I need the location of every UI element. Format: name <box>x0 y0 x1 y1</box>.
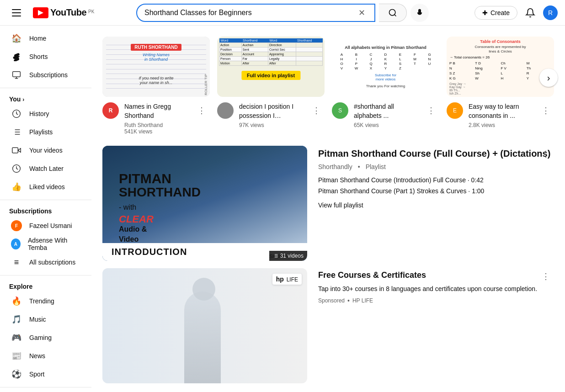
shorts-icon <box>11 51 22 62</box>
playlist-card-pitman[interactable]: PITMAN SHORTHAND - with CLEAR Audio &Vid… <box>102 146 554 261</box>
playlist-info-pitman: Pitman Shorthand Course (Full Course) + … <box>318 146 554 261</box>
video-card-3[interactable]: All alphabets writing in Pitman Shorthan… <box>332 37 439 135</box>
subscriptions-section-header: Subscriptions <box>0 204 91 217</box>
sponsored-badge-row: Sponsored • HP LIFE <box>318 297 554 304</box>
more-options-2[interactable]: ⋮ <box>308 102 325 119</box>
explore-section-header: Explore <box>0 279 91 292</box>
playlist-thumb-pitman: PITMAN SHORTHAND - with CLEAR Audio &Vid… <box>102 146 307 261</box>
sponsored-more-btn[interactable]: ⋮ <box>538 268 554 285</box>
watch-later-icon <box>11 163 22 174</box>
playlist-type: Playlist <box>366 163 386 170</box>
playlist-channel-row: Shorthandly • Playlist <box>318 163 554 170</box>
video-details-2: decision I position I possession I short… <box>239 102 303 128</box>
logo-country: PK <box>88 9 94 14</box>
sidebar-label-subscriptions: Subscriptions <box>29 71 68 79</box>
vid-count-text: 31 videos <box>280 253 304 259</box>
notifications-button[interactable] <box>521 4 539 22</box>
sidebar-item-fazeel[interactable]: F Fazeel Usmani <box>2 217 90 235</box>
playlist-desc-2: Pitman Shorthand Course (Part 1) Strokes… <box>318 187 554 196</box>
sidebar-item-trending[interactable]: 🔥 Trending <box>2 292 90 310</box>
header-left: YouTubePK <box>7 4 99 22</box>
logo-text: YouTube <box>50 7 86 18</box>
youtube-logo[interactable]: YouTubePK <box>33 7 94 18</box>
video-stats-3: 65K views <box>354 122 417 128</box>
sport-icon: ⚽ <box>11 369 22 380</box>
sidebar-label-playlists: Playlists <box>29 128 53 136</box>
sidebar-item-all-subs[interactable]: ≡ All subscriptions <box>2 253 90 271</box>
fazeel-avatar: F <box>11 220 22 231</box>
video-card-1[interactable]: RUTH SHORTHAND Writing Namesin Shorthand… <box>102 37 210 135</box>
video-title-4: Easy way to learn consonants in ... <box>469 102 532 120</box>
video-details-1: Names in Gregg Shorthand Ruth Shorthand … <box>124 102 188 135</box>
sidebar-item-history[interactable]: History <box>2 105 90 123</box>
video-stats-1: 541K views <box>124 128 188 135</box>
main-content: RUTH SHORTHAND Writing Namesin Shorthand… <box>91 26 565 391</box>
sponsor-channel: HP LIFE <box>352 297 373 304</box>
video-title-1: Names in Gregg Shorthand <box>124 102 188 120</box>
sidebar-item-sport[interactable]: ⚽ Sport <box>2 365 90 383</box>
video-details-3: #shorthand all alphabets ... 65K views <box>354 102 417 128</box>
svg-marker-10 <box>18 148 21 152</box>
sidebar-label-news: News <box>29 352 45 360</box>
sidebar-item-your-videos[interactable]: Your videos <box>2 141 90 159</box>
hamburger-menu-button[interactable] <box>7 4 26 22</box>
sidebar-label-gaming: Gaming <box>29 334 52 341</box>
divider-3 <box>0 275 91 275</box>
subscriptions-icon <box>11 69 22 80</box>
sidebar-item-adsense[interactable]: A Adsense With Temba <box>2 235 90 253</box>
sidebar-label-fazeel: Fazeel Usmani <box>29 222 72 229</box>
playlist-more-btn[interactable]: ⋮ <box>538 146 554 162</box>
more-options-1[interactable]: ⋮ <box>193 102 210 119</box>
channel-icon-1: R <box>102 102 119 119</box>
search-button[interactable] <box>379 4 407 22</box>
sidebar-label-all-subs: All subscriptions <box>29 259 75 266</box>
user-avatar[interactable]: R <box>543 5 558 20</box>
more-options-3[interactable]: ⋮ <box>423 102 439 119</box>
voice-search-button[interactable] <box>410 4 429 22</box>
sidebar-item-watch-later[interactable]: Watch Later <box>2 159 90 178</box>
layout: 🏠 Home Shorts Subscriptions You › Histor… <box>0 26 565 391</box>
sidebar-item-home[interactable]: 🏠 Home <box>2 29 90 48</box>
video-thumb-1: RUTH SHORTHAND Writing Namesin Shorthand… <box>102 37 210 97</box>
sidebar-item-liked-videos[interactable]: 👍 Liked videos <box>2 178 90 196</box>
playlist-thumb-bg: PITMAN SHORTHAND - with CLEAR Audio &Vid… <box>102 146 307 261</box>
svg-line-1 <box>394 14 396 16</box>
playlist-channel: Shorthandly <box>318 163 352 170</box>
video-channel-1: Ruth Shorthand <box>124 122 188 128</box>
video-thumb-4: Table of Consonants Consonants are repre… <box>447 37 554 97</box>
sidebar-item-music[interactable]: 🎵 Music <box>2 310 90 328</box>
sidebar-label-history: History <box>29 110 49 117</box>
more-options-4[interactable]: ⋮ <box>538 102 554 119</box>
liked-videos-icon: 👍 <box>11 181 22 192</box>
microphone-icon <box>416 9 424 17</box>
gaming-icon: 🎮 <box>11 332 22 343</box>
sidebar-item-shorts[interactable]: Shorts <box>2 48 90 66</box>
video-card-4[interactable]: Table of Consonants Consonants are repre… <box>447 37 554 135</box>
svg-point-0 <box>389 9 395 15</box>
sidebar-label-your-videos: Your videos <box>29 147 63 154</box>
divider-4 <box>0 387 91 387</box>
sidebar-item-gaming[interactable]: 🎮 Gaming <box>2 328 90 347</box>
video-grid: RUTH SHORTHAND Writing Namesin Shorthand… <box>102 37 554 135</box>
video-stats-4: 2.8K views <box>469 122 532 128</box>
your-videos-icon <box>11 145 22 156</box>
sidebar-label-adsense: Adsense With Temba <box>28 237 80 251</box>
header-right: ✚ Create R <box>466 4 558 22</box>
video-details-4: Easy way to learn consonants in ... 2.8K… <box>469 102 532 128</box>
playlists-icon <box>11 127 22 138</box>
clear-search-button[interactable]: ✕ <box>357 6 367 20</box>
sidebar-label-liked-videos: Liked videos <box>29 183 65 191</box>
sidebar-item-subscriptions[interactable]: Subscriptions <box>2 66 90 84</box>
video-card-2[interactable]: WordShorthandWordShorthand ActionAuchanD… <box>217 37 325 135</box>
video-info-2: decision I position I possession I short… <box>217 102 325 128</box>
carousel-next-button[interactable]: › <box>539 69 558 87</box>
sidebar-label-trending: Trending <box>29 297 54 305</box>
create-button[interactable]: ✚ Create <box>474 6 517 20</box>
sponsored-card-hp[interactable]: hp LIFE Free Courses & Certificates Tap … <box>102 268 554 383</box>
sidebar-item-playlists[interactable]: Playlists <box>2 123 90 141</box>
view-playlist-link[interactable]: View full playlist <box>318 201 554 209</box>
sidebar-item-news[interactable]: 📰 News <box>2 347 90 365</box>
search-icon <box>388 8 397 17</box>
sidebar-label-music: Music <box>29 316 46 323</box>
search-input[interactable] <box>144 9 357 17</box>
